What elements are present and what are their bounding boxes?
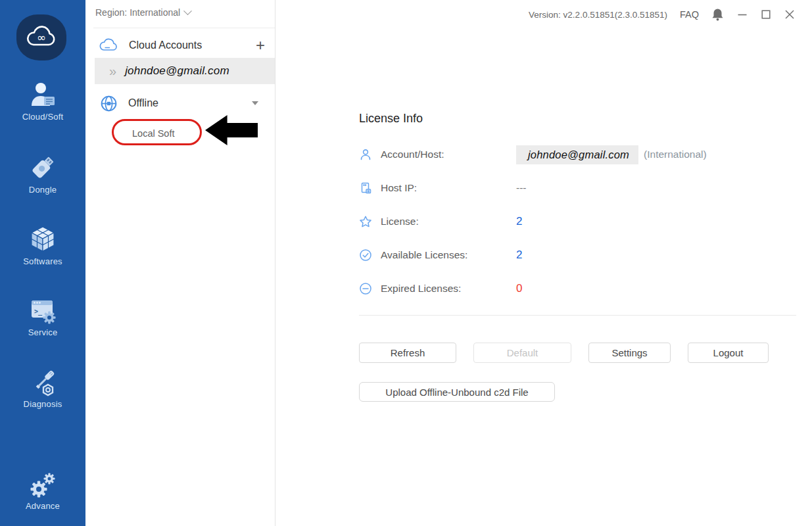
terminal-gear-icon: >_ <box>28 296 58 326</box>
sidebar-item-softwares[interactable]: Softwares <box>0 224 85 266</box>
close-button[interactable] <box>784 9 795 20</box>
offline-label: Offline <box>128 97 158 109</box>
account-host-value: johndoe@gmail.com <box>516 145 638 164</box>
sidebar-item-diagnosis[interactable]: Diagnosis <box>0 366 85 409</box>
host-ip-row: Host IP: --- <box>359 179 796 197</box>
cube-icon <box>27 224 59 255</box>
available-count: 2 <box>516 249 522 262</box>
screwdriver-nut-icon <box>27 366 59 398</box>
cloud-accounts-header[interactable]: Cloud Accounts + <box>85 34 275 57</box>
local-soft-label: Local Soft <box>132 128 175 139</box>
expired-count: 0 <box>516 282 522 295</box>
action-buttons: Refresh Default Settings Logout <box>359 343 796 363</box>
sidebar-label: Advance <box>0 501 85 511</box>
app-sidebar: ∞ Cloud/Soft Dongle <box>0 0 85 526</box>
user-icon <box>359 148 372 161</box>
available-licenses-row: Available Licenses: 2 <box>359 247 796 264</box>
svg-text:∞: ∞ <box>37 31 46 44</box>
user-document-icon <box>27 79 59 110</box>
check-circle-icon <box>359 249 372 262</box>
version-text: Version: v2.2.0.51851(2.3.0.51851) <box>529 10 667 20</box>
row-label: Account/Host: <box>381 149 516 160</box>
account-region-suffix: (International) <box>644 149 707 160</box>
sidebar-label: Service <box>0 327 85 337</box>
region-label: Region: International <box>95 7 180 18</box>
app-logo: ∞ <box>16 14 66 60</box>
sidebar-item-cloud-soft[interactable]: Cloud/Soft <box>0 79 85 122</box>
panel-separator <box>93 28 275 28</box>
sidebar-item-service[interactable]: >_ Service <box>0 296 85 337</box>
chevron-down-icon <box>183 7 192 15</box>
row-label: License: <box>381 216 516 227</box>
cloud-icon <box>99 37 119 53</box>
main-content: Version: v2.2.0.51851(2.3.0.51851) FAQ L… <box>276 0 812 526</box>
logout-button[interactable]: Logout <box>688 343 769 363</box>
usb-dongle-icon <box>27 152 59 183</box>
add-account-button[interactable]: + <box>256 35 265 56</box>
license-row: License: 2 <box>359 213 796 230</box>
section-divider <box>359 315 796 316</box>
cloud-accounts-label: Cloud Accounts <box>129 39 202 51</box>
account-item-selected[interactable]: » johndoe@gmail.com <box>95 58 275 84</box>
license-count: 2 <box>516 215 522 228</box>
sidebar-label: Diagnosis <box>0 399 85 409</box>
page-title: License Info <box>359 112 796 126</box>
sidebar-item-dongle[interactable]: Dongle <box>0 152 85 195</box>
gears-icon <box>28 471 58 500</box>
minus-circle-icon <box>359 282 372 295</box>
collapse-caret-icon[interactable] <box>252 101 258 105</box>
sidebar-label: Softwares <box>0 256 85 266</box>
account-email: johndoe@gmail.com <box>125 64 229 78</box>
host-icon <box>359 181 372 195</box>
refresh-button[interactable]: Refresh <box>359 343 456 363</box>
maximize-button[interactable] <box>761 9 771 20</box>
titlebar: Version: v2.2.0.51851(2.3.0.51851) FAQ <box>529 0 812 29</box>
row-label: Host IP: <box>381 182 516 194</box>
offline-group-header[interactable]: Offline <box>85 92 275 114</box>
accounts-panel: Region: International Cloud Accounts + »… <box>85 0 275 526</box>
expired-licenses-row: Expired Licenses: 0 <box>359 280 796 297</box>
sidebar-label: Cloud/Soft <box>0 112 85 122</box>
double-chevron-icon: » <box>109 64 116 78</box>
license-info-pane: License Info Account/Host: johndoe@gmail… <box>359 112 796 402</box>
row-label: Expired Licenses: <box>381 283 516 295</box>
sidebar-label: Dongle <box>0 185 85 195</box>
region-selector[interactable]: Region: International <box>95 7 191 18</box>
globe-icon <box>99 94 118 113</box>
minimize-button[interactable] <box>737 9 748 20</box>
sidebar-item-advance[interactable]: Advance <box>0 471 85 511</box>
settings-button[interactable]: Settings <box>588 343 671 363</box>
star-icon <box>359 215 372 228</box>
row-label: Available Licenses: <box>381 249 516 261</box>
faq-link[interactable]: FAQ <box>680 9 699 20</box>
default-button[interactable]: Default <box>473 343 571 363</box>
host-ip-value: --- <box>516 182 527 194</box>
notification-bell-icon[interactable] <box>711 8 724 21</box>
cloud-logo-icon: ∞ <box>26 23 57 52</box>
svg-text:>_: >_ <box>34 308 43 316</box>
upload-c2d-button[interactable]: Upload Offline-Unbound c2d File <box>359 382 555 402</box>
account-host-row: Account/Host: johndoe@gmail.com (Interna… <box>359 146 796 163</box>
tree-item-local-soft[interactable]: Local Soft <box>85 124 275 143</box>
